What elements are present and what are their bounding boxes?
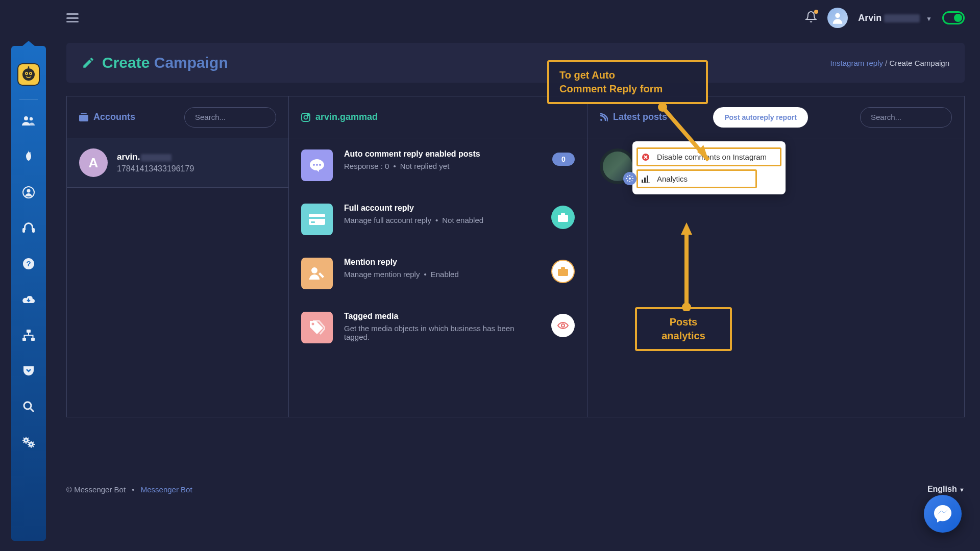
app-logo[interactable] (17, 63, 40, 86)
title-word-1: Create (102, 54, 150, 71)
sidebar-item-settings-icon[interactable] (19, 435, 38, 449)
footer: © Messenger Bot • Messenger Bot English … (66, 485, 965, 494)
svg-point-4 (26, 73, 27, 74)
svg-point-28 (304, 115, 308, 119)
posts-search-input[interactable] (860, 107, 952, 128)
account-name-redacted (141, 154, 172, 161)
briefcase-icon (558, 267, 568, 276)
user-name: Arvin (858, 13, 881, 23)
title-word-2: Campaign (154, 54, 228, 71)
svg-point-41 (600, 119, 602, 121)
bar-chart-icon (642, 176, 650, 183)
svg-rect-17 (22, 338, 26, 341)
account-avatar: A (79, 148, 108, 177)
status-toggle[interactable] (942, 11, 965, 24)
feature-subtitle: Manage full account reply•Not enabled (344, 216, 540, 224)
panel-accounts: Accounts A arvin. 17841413433196179 (67, 96, 289, 417)
sidebar-item-support-icon[interactable] (19, 221, 38, 235)
svg-point-8 (24, 116, 28, 120)
svg-point-19 (24, 402, 31, 409)
svg-point-32 (319, 164, 321, 166)
feature-action-button[interactable] (551, 314, 575, 337)
svg-point-24 (30, 443, 32, 445)
breadcrumb-current: Create Campaign (889, 59, 949, 67)
count-badge: 0 (552, 153, 575, 166)
sidebar-item-profile-icon[interactable] (19, 185, 38, 199)
feature-mention-reply[interactable]: Mention reply Manage mention reply•Enabl… (289, 246, 587, 300)
notifications-bell-icon[interactable] (805, 11, 817, 25)
feature-auto-comment[interactable]: Auto comment reply enabled posts Respons… (289, 138, 587, 192)
sidebar-item-cloud-icon[interactable] (19, 292, 38, 307)
chat-bubble-icon (301, 149, 333, 181)
topbar-right: Arvin ▼ (805, 8, 965, 28)
account-id: 17841413433196179 (117, 164, 194, 173)
svg-rect-12 (22, 228, 25, 233)
feature-subtitle: Get the media objects in which business … (344, 324, 540, 341)
feature-action-button[interactable] (551, 206, 575, 229)
sidebar-item-flame-icon[interactable] (19, 149, 38, 164)
svg-rect-16 (27, 330, 31, 333)
svg-rect-26 (81, 113, 87, 114)
sidebar-item-help-icon[interactable]: ? (19, 257, 38, 271)
feature-subtitle: Response : 0•Not replied yet (344, 162, 541, 170)
card-icon (301, 204, 333, 235)
breadcrumb-link[interactable]: Instagram reply (830, 59, 883, 67)
feature-full-account[interactable]: Full account reply Manage full account r… (289, 192, 587, 246)
svg-point-5 (30, 73, 31, 74)
dropdown-disable-comments[interactable]: Disable comments on Instagram (635, 146, 782, 167)
sidebar-item-users-icon[interactable] (19, 114, 38, 128)
sidebar-item-search-icon[interactable] (19, 399, 38, 414)
svg-rect-33 (309, 214, 325, 225)
svg-point-22 (25, 439, 27, 441)
svg-point-37 (311, 267, 317, 273)
svg-rect-44 (642, 180, 643, 183)
sidebar-divider (19, 99, 38, 99)
hamburger-menu-button[interactable] (66, 13, 79, 22)
svg-point-7 (28, 66, 30, 68)
post-settings-badge[interactable] (623, 172, 636, 185)
feature-action-button[interactable] (551, 260, 575, 283)
svg-rect-25 (79, 115, 88, 121)
latest-posts-body: Disable comments on Instagram Analytics (587, 138, 964, 194)
svg-rect-34 (309, 217, 325, 219)
svg-rect-46 (647, 176, 648, 183)
feature-title: Mention reply (344, 258, 540, 267)
main-panels: Accounts A arvin. 17841413433196179 arvi… (66, 96, 965, 417)
svg-rect-18 (31, 338, 35, 341)
user-tag-icon (301, 258, 333, 289)
panel-latest-posts: Latest posts Post autoreply report Disab… (587, 96, 964, 417)
panel-account-detail: arvin.gammad Auto comment reply enabled … (289, 96, 587, 417)
svg-point-42 (629, 178, 631, 180)
rss-icon (600, 113, 608, 121)
annotation-analytics: Posts analytics (635, 307, 732, 351)
svg-point-29 (308, 114, 309, 115)
autoreply-report-button[interactable]: Post autoreply report (713, 107, 808, 128)
feature-title: Tagged media (344, 312, 540, 321)
panel-accounts-title: Accounts (79, 112, 135, 122)
footer-link[interactable]: Messenger Bot (141, 485, 192, 494)
post-thumbnail[interactable] (600, 148, 635, 184)
messenger-icon (933, 504, 953, 524)
briefcase-icon (558, 213, 568, 222)
user-name-redacted (884, 14, 920, 22)
dropdown-analytics[interactable]: Analytics (635, 168, 758, 189)
feature-tagged-media[interactable]: Tagged media Get the media objects in wh… (289, 300, 587, 355)
language-selector[interactable]: English ▼ (927, 485, 965, 494)
panel-detail-title: arvin.gammad (301, 112, 378, 122)
svg-point-11 (27, 189, 31, 193)
user-avatar[interactable] (827, 8, 848, 28)
annotation-auto-comment: To get AutoComment Reply form (547, 60, 708, 104)
user-menu[interactable]: Arvin ▼ (858, 13, 932, 23)
svg-point-31 (316, 164, 318, 166)
account-name: arvin. (117, 152, 194, 162)
page-header: Create Campaign Instagram reply / Create… (66, 43, 965, 83)
gear-icon (626, 175, 633, 182)
accounts-search-input[interactable] (184, 107, 276, 128)
feature-title: Auto comment reply enabled posts (344, 149, 541, 159)
account-row[interactable]: A arvin. 17841413433196179 (67, 138, 288, 188)
sidebar-item-flow-icon[interactable] (19, 328, 38, 342)
chat-widget-button[interactable] (924, 495, 962, 533)
caret-down-icon: ▼ (926, 15, 932, 22)
sidebar: ? (11, 46, 46, 541)
sidebar-item-pocket-icon[interactable] (19, 364, 38, 378)
